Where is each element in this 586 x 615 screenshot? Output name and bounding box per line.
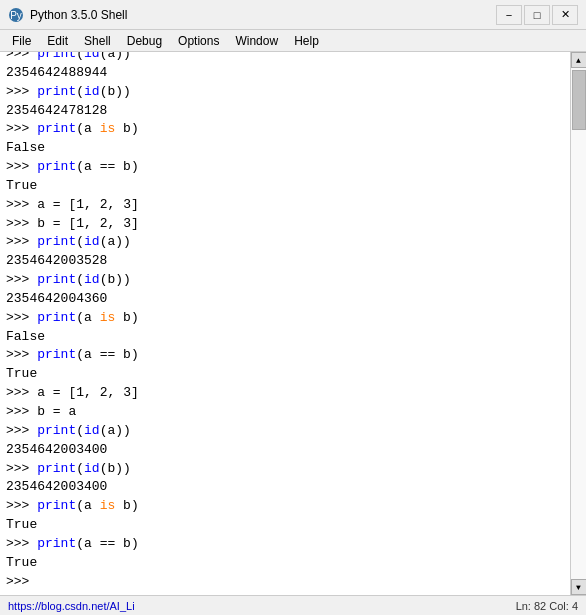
shell-line: >>> print(a == b) bbox=[6, 346, 564, 365]
shell-line: >>> bbox=[6, 573, 564, 592]
shell-line: >>> print(id(b)) bbox=[6, 83, 564, 102]
title-bar: Py Python 3.5.0 Shell − □ ✕ bbox=[0, 0, 586, 30]
shell-line: >>> print(id(b)) bbox=[6, 460, 564, 479]
menu-window[interactable]: Window bbox=[227, 30, 286, 51]
shell-line: 2354642003528 bbox=[6, 252, 564, 271]
menu-help[interactable]: Help bbox=[286, 30, 327, 51]
shell-content[interactable]: >>> >>> a = "hello">>> b = "hello">>> pr… bbox=[0, 52, 570, 595]
shell-line: True bbox=[6, 516, 564, 535]
shell-line: >>> print(a is b) bbox=[6, 497, 564, 516]
scroll-up-arrow[interactable]: ▲ bbox=[571, 52, 587, 68]
shell-line: 2354642488944 bbox=[6, 64, 564, 83]
menu-options[interactable]: Options bbox=[170, 30, 227, 51]
shell-line: True bbox=[6, 177, 564, 196]
svg-text:Py: Py bbox=[10, 10, 22, 21]
shell-line: >>> print(id(b)) bbox=[6, 271, 564, 290]
close-button[interactable]: ✕ bbox=[552, 5, 578, 25]
scrollbar-vertical[interactable]: ▲ ▼ bbox=[570, 52, 586, 595]
shell-line: >>> print(a == b) bbox=[6, 535, 564, 554]
window-title: Python 3.5.0 Shell bbox=[30, 8, 496, 22]
shell-area: >>> >>> a = "hello">>> b = "hello">>> pr… bbox=[0, 52, 586, 595]
python-icon: Py bbox=[8, 7, 24, 23]
shell-line: 2354642004360 bbox=[6, 290, 564, 309]
menu-debug[interactable]: Debug bbox=[119, 30, 170, 51]
shell-line: >>> print(id(a)) bbox=[6, 422, 564, 441]
shell-line: False bbox=[6, 139, 564, 158]
shell-line: >>> print(a == b) bbox=[6, 158, 564, 177]
status-url: https://blog.csdn.net/AI_Li bbox=[8, 600, 516, 612]
menu-bar: File Edit Shell Debug Options Window Hel… bbox=[0, 30, 586, 52]
menu-file[interactable]: File bbox=[4, 30, 39, 51]
shell-line: >>> a = [1, 2, 3] bbox=[6, 196, 564, 215]
shell-line: 2354642003400 bbox=[6, 478, 564, 497]
scroll-down-arrow[interactable]: ▼ bbox=[571, 579, 587, 595]
shell-line: >>> print(a is b) bbox=[6, 120, 564, 139]
shell-line: >>> b = [1, 2, 3] bbox=[6, 215, 564, 234]
menu-edit[interactable]: Edit bbox=[39, 30, 76, 51]
shell-line: 2354642003400 bbox=[6, 441, 564, 460]
status-bar: https://blog.csdn.net/AI_Li Ln: 82 Col: … bbox=[0, 595, 586, 615]
menu-shell[interactable]: Shell bbox=[76, 30, 119, 51]
shell-line: False bbox=[6, 328, 564, 347]
shell-line: 2354642478128 bbox=[6, 102, 564, 121]
scroll-thumb[interactable] bbox=[572, 70, 586, 130]
scroll-track[interactable] bbox=[571, 68, 586, 579]
shell-line: True bbox=[6, 554, 564, 573]
shell-line: >>> print(a is b) bbox=[6, 309, 564, 328]
status-position: Ln: 82 Col: 4 bbox=[516, 600, 578, 612]
shell-line: True bbox=[6, 365, 564, 384]
shell-line: >>> print(id(a)) bbox=[6, 233, 564, 252]
shell-line: >>> print(id(a)) bbox=[6, 52, 564, 64]
maximize-button[interactable]: □ bbox=[524, 5, 550, 25]
shell-line: >>> a = [1, 2, 3] bbox=[6, 384, 564, 403]
minimize-button[interactable]: − bbox=[496, 5, 522, 25]
shell-line: >>> b = a bbox=[6, 403, 564, 422]
window-controls: − □ ✕ bbox=[496, 5, 578, 25]
